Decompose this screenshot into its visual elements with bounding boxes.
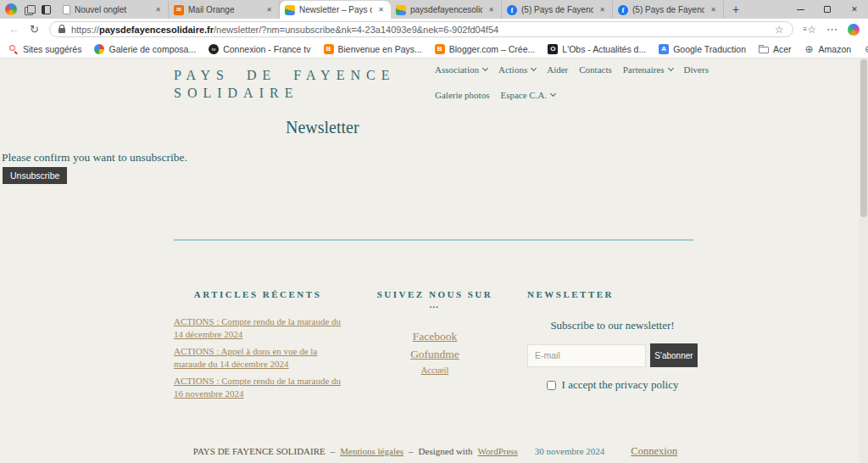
maximize-button[interactable] — [814, 0, 841, 19]
lock-icon — [58, 28, 65, 33]
privacy-checkbox[interactable] — [547, 381, 556, 390]
browser-tab[interactable]: paysdefayencesolidaire.fr/w — [391, 1, 502, 19]
main-nav-row1: Association Actions Aider Contacts Parte… — [435, 64, 709, 75]
address-bar[interactable]: https://paysdefayencesolidaire.fr/newsle… — [49, 21, 793, 37]
bookmark-item[interactable]: Galerie de composa... — [94, 44, 196, 54]
bookmark-item[interactable]: Blogger.com – Crée... — [435, 44, 536, 54]
bookmark-favicon — [209, 44, 219, 54]
new-tab-button[interactable] — [732, 1, 739, 18]
tab-close-icon[interactable] — [153, 5, 163, 14]
social-link[interactable]: Gofundme — [371, 348, 498, 361]
site-footer: PAYS DE FAYENCE SOLIDAIRE – Mentions lég… — [0, 445, 868, 458]
page-content: PAYS DE FAYENCE SOLIDAIRE Association Ac… — [0, 59, 868, 463]
bookmark-favicon — [804, 44, 815, 54]
bookmark-favicon — [435, 44, 445, 54]
bookmark-label: Galerie de composa... — [108, 44, 196, 54]
nav-item[interactable]: Association — [435, 64, 487, 75]
favorite-star-icon[interactable] — [775, 24, 784, 36]
articles-heading: ARTICLES RÉCENTS — [174, 289, 342, 299]
bookmark-item[interactable]: Connexion - France tv — [209, 44, 310, 54]
nav-item[interactable]: Galerie photos — [435, 90, 489, 100]
bookmark-item[interactable]: Booking.com — [864, 44, 868, 54]
social-link[interactable]: Facebook — [371, 330, 498, 343]
browser-toolbar: https://paysdefayencesolidaire.fr/newsle… — [0, 19, 868, 40]
minimize-button[interactable] — [787, 0, 814, 19]
tab-favicon — [507, 5, 517, 15]
unsubscribe-button[interactable]: Unsubscribe — [3, 167, 67, 184]
tab-strip: Nouvel onglet Mail Orange Newsletter – P… — [58, 0, 724, 19]
bookmark-label: L'Obs - Actualités d... — [562, 44, 646, 54]
back-button[interactable] — [8, 24, 19, 35]
bookmark-favicon — [659, 44, 669, 54]
bookmark-item[interactable]: Sites suggérés — [8, 44, 81, 54]
connexion-link[interactable]: Connexion — [631, 445, 677, 458]
follow-us-heading: SUIVEZ NOUS SUR … — [371, 289, 498, 310]
main-nav-row2: Galerie photos Espace C.A. — [435, 90, 555, 100]
bookmark-item[interactable]: Amazon — [804, 44, 852, 54]
bookmark-favicon — [864, 44, 868, 54]
tab-actions-icon[interactable] — [42, 5, 51, 14]
nav-item[interactable]: Aider — [547, 64, 568, 75]
tab-title: Mail Orange — [188, 5, 260, 14]
page-title: Newsletter — [286, 118, 359, 137]
tab-close-icon[interactable] — [376, 5, 386, 14]
article-list: ACTIONS : Compte rendu de la maraude du … — [174, 315, 342, 400]
page-scrollbar[interactable] — [860, 59, 868, 463]
subscribe-text: Subscribe to our newsletter! — [527, 319, 698, 332]
tab-close-icon[interactable] — [598, 5, 607, 14]
bookmarks-bar: Sites suggérés Galerie de composa... Con… — [0, 40, 868, 59]
bookmark-label: Acer — [773, 44, 792, 54]
site-logo-line2: SOLIDAIRE — [174, 84, 395, 102]
privacy-consent-row: I accept the privacy policy — [527, 378, 698, 392]
nav-item[interactable]: Divers — [684, 64, 709, 75]
bookmark-favicon — [8, 44, 19, 54]
newsletter-widget: NEWSLETTER Subscribe to our newsletter! … — [527, 289, 698, 392]
browser-tab[interactable]: (5) Pays de Fayence Solidai — [613, 1, 724, 19]
site-logo[interactable]: PAYS DE FAYENCE SOLIDAIRE — [174, 66, 395, 102]
nav-item[interactable]: Actions — [498, 64, 536, 75]
article-link[interactable]: ACTIONS : Compte rendu de la maraude du … — [174, 315, 342, 341]
social-links: Facebook Gofundme Accueil — [371, 330, 498, 375]
nav-item[interactable]: Contacts — [579, 64, 612, 75]
social-link[interactable]: Accueil — [371, 365, 498, 375]
wordpress-link[interactable]: WordPress — [477, 446, 517, 456]
settings-menu-icon[interactable] — [826, 23, 837, 36]
bookmark-label: Google Traduction — [673, 44, 746, 54]
browser-tab[interactable]: (5) Pays de Fayence Solidai — [502, 1, 613, 19]
browser-tab[interactable]: Newsletter – Pays de Fayenc — [280, 1, 391, 19]
scrollbar-thumb[interactable] — [860, 59, 867, 217]
bookmark-item[interactable]: Bienvenue en Pays... — [324, 44, 422, 54]
browser-profile-icon[interactable] — [5, 3, 17, 15]
workspaces-icon[interactable] — [25, 5, 34, 14]
url-text: https://paysdefayencesolidaire.fr/newsle… — [71, 25, 498, 35]
tab-favicon — [285, 5, 295, 15]
tab-close-icon[interactable] — [264, 5, 274, 14]
refresh-button[interactable] — [30, 24, 39, 35]
bookmark-label: Connexion - France tv — [223, 44, 310, 54]
tab-close-icon[interactable] — [487, 5, 496, 14]
nav-item[interactable]: Espace C.A. — [500, 90, 555, 100]
bookmark-item[interactable]: Google Traduction — [659, 44, 746, 54]
tab-bar: Nouvel onglet Mail Orange Newsletter – P… — [0, 0, 868, 19]
footer-separator: – — [331, 446, 336, 456]
copilot-icon[interactable] — [848, 24, 860, 36]
bookmark-label: Bienvenue en Pays... — [338, 44, 422, 54]
subscribe-button[interactable]: S'abonner — [650, 343, 698, 367]
footer-separator: – — [409, 446, 414, 456]
tab-title: (5) Pays de Fayence Solidai — [632, 5, 704, 14]
browser-tab[interactable]: Mail Orange — [169, 1, 280, 19]
privacy-label: I accept the privacy policy — [562, 378, 679, 392]
close-window-button[interactable] — [841, 0, 868, 19]
mentions-legales-link[interactable]: Mentions légales — [340, 446, 403, 456]
article-link[interactable]: ACTIONS : Compte rendu de la maraude du … — [174, 375, 342, 400]
browser-tab[interactable]: Nouvel onglet — [58, 1, 169, 19]
bookmark-item[interactable]: L'Obs - Actualités d... — [548, 44, 646, 54]
article-link[interactable]: ACTIONS : Appel à dons en vue de la mara… — [174, 345, 342, 371]
bookmark-favicon — [94, 44, 104, 54]
tab-favicon — [396, 5, 406, 15]
tab-close-icon[interactable] — [709, 5, 718, 14]
collections-icon[interactable] — [804, 24, 816, 36]
nav-item[interactable]: Partenaires — [623, 64, 673, 75]
bookmark-item[interactable]: Acer — [759, 44, 792, 54]
email-input[interactable] — [527, 344, 646, 367]
